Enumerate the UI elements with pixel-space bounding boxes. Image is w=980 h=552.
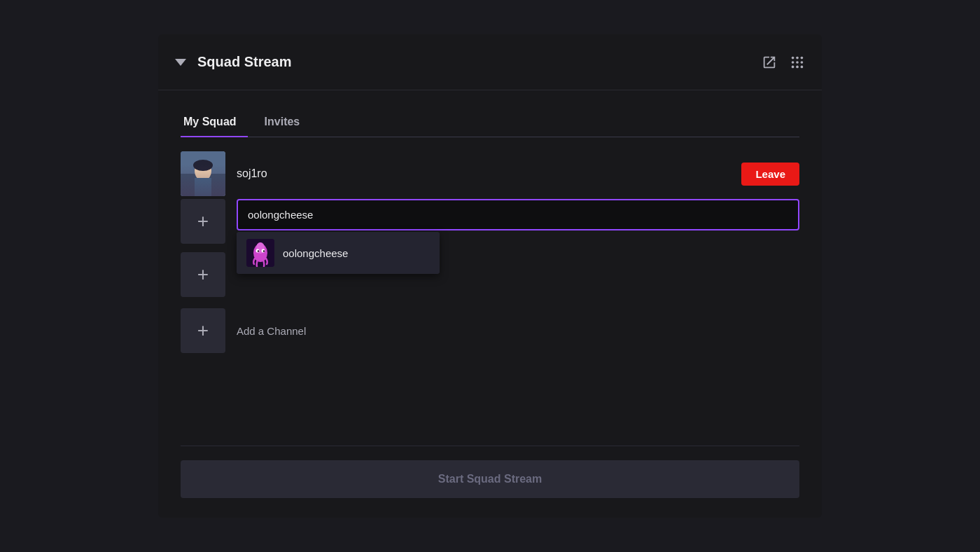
content-area: soj1ro Leave +: [181, 137, 799, 498]
dropdown-avatar-oolongcheese: [246, 239, 274, 267]
input-row: +: [181, 199, 799, 244]
input-wrapper: oolongcheese: [237, 199, 799, 230]
tab-my-squad[interactable]: My Squad: [181, 110, 248, 137]
header-left: Squad Stream: [175, 54, 291, 70]
add-channel-button[interactable]: +: [181, 308, 225, 353]
add-channel-row: + Add a Channel: [181, 308, 799, 353]
panel-header: Squad Stream: [158, 34, 822, 90]
search-dropdown: oolongcheese: [237, 232, 440, 274]
svg-point-14: [258, 250, 259, 251]
panel-body: My Squad Invites soj1ro Leave +: [158, 90, 822, 518]
add-channel-label: Add a Channel: [237, 325, 306, 337]
divider: [181, 446, 799, 446]
add-slot-2-button[interactable]: +: [181, 252, 225, 297]
svg-point-7: [796, 65, 799, 68]
grid-dots-icon[interactable]: [790, 55, 805, 70]
start-squad-stream-button[interactable]: Start Squad Stream: [181, 460, 799, 498]
panel-title: Squad Stream: [197, 54, 291, 70]
svg-point-6: [792, 65, 794, 68]
squad-stream-panel: Squad Stream My Squad Invites: [158, 34, 822, 518]
svg-point-1: [796, 56, 799, 59]
dropdown-username-oolongcheese: oolongcheese: [283, 247, 348, 259]
tab-invites[interactable]: Invites: [262, 110, 312, 137]
channel-name-soj1ro: soj1ro: [237, 167, 730, 180]
header-right: [762, 55, 805, 70]
plus-icon-1: +: [197, 212, 209, 231]
svg-point-8: [801, 65, 804, 68]
chevron-down-icon[interactable]: [175, 59, 186, 66]
svg-point-15: [263, 250, 265, 251]
channel-search-input[interactable]: [237, 199, 799, 230]
svg-point-5: [801, 61, 804, 64]
plus-icon-2: +: [197, 265, 209, 284]
plus-icon-3: +: [197, 321, 209, 340]
add-slot-1-button[interactable]: +: [181, 199, 225, 244]
tabs: My Squad Invites: [181, 110, 799, 137]
svg-point-0: [792, 56, 794, 59]
svg-point-4: [796, 61, 799, 64]
channel-row-soj1ro: soj1ro Leave: [181, 151, 799, 196]
leave-button[interactable]: Leave: [741, 163, 799, 186]
avatar-soj1ro: [181, 151, 225, 196]
spacer: [181, 353, 799, 432]
export-icon[interactable]: [762, 55, 777, 70]
svg-point-2: [801, 56, 804, 59]
svg-point-3: [792, 61, 794, 64]
dropdown-item-oolongcheese[interactable]: oolongcheese: [237, 232, 440, 274]
